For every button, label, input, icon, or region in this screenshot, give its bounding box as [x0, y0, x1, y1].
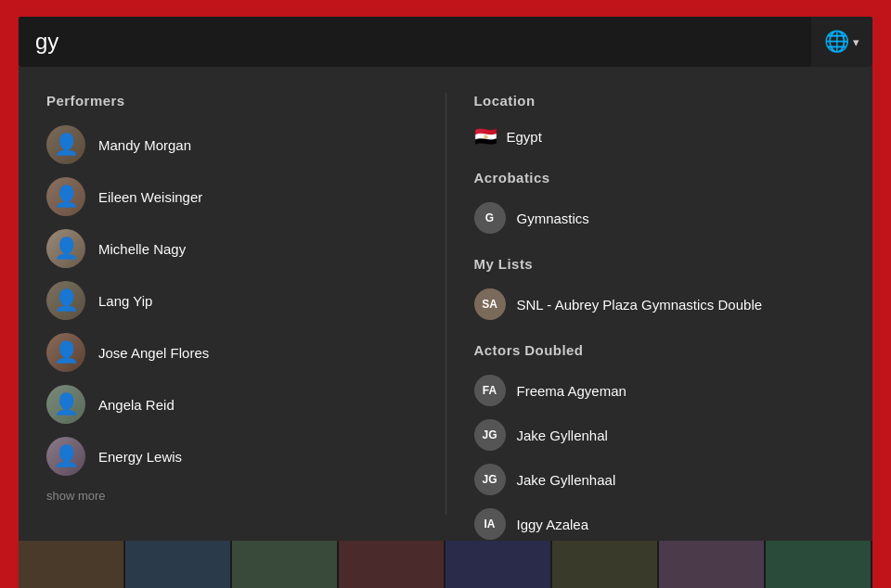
globe-button[interactable]: 🌐 ▾: [811, 17, 872, 67]
location-section: Location 🇪🇬 Egypt: [474, 93, 846, 147]
strip-cell-5: [446, 541, 552, 588]
location-list: 🇪🇬 Egypt: [474, 125, 846, 147]
performer-name: Jose Angel Flores: [98, 345, 209, 361]
actors-doubled-section: Actors Doubled FA Freema Agyeman JG Jake…: [474, 342, 846, 567]
acrobatics-name: Gymnastics: [517, 211, 589, 226]
dropdown-panel: Performers 👤 Mandy Morgan 👤 Eileen Weisi…: [19, 67, 872, 541]
actor-name: Iggy Azalea: [517, 517, 589, 532]
performer-name: Lang Yip: [98, 293, 152, 309]
avatar: 👤: [46, 281, 85, 320]
list-item[interactable]: 👤 Mandy Morgan: [46, 125, 418, 164]
list-item[interactable]: 🇪🇬 Egypt: [474, 125, 846, 147]
list-item[interactable]: 👤 Lang Yip: [46, 281, 418, 320]
globe-icon: 🌐: [824, 30, 849, 54]
my-lists-section: My Lists SA SNL - Aubrey Plaza Gymnastic…: [474, 256, 846, 320]
flag-icon: 🇪🇬: [474, 125, 497, 147]
strip-cell-7: [659, 541, 766, 588]
show-more-performers[interactable]: show more: [46, 489, 418, 503]
avatar: 👤: [46, 333, 85, 372]
search-input[interactable]: [19, 17, 811, 67]
performers-list: 👤 Mandy Morgan 👤 Eileen Weisinger 👤 Mich…: [46, 125, 418, 476]
list-item[interactable]: JG Jake Gyllenhaal: [474, 464, 846, 495]
performer-name: Mandy Morgan: [98, 137, 191, 153]
list-item[interactable]: 👤 Jose Angel Flores: [46, 333, 418, 372]
right-column: Location 🇪🇬 Egypt Acrobatics G Gymnastic…: [446, 93, 846, 515]
actors-doubled-title: Actors Doubled: [474, 342, 846, 358]
location-name: Egypt: [507, 129, 542, 145]
performer-name: Angela Reid: [98, 397, 174, 413]
location-title: Location: [474, 93, 846, 109]
list-item[interactable]: G Gymnastics: [474, 202, 846, 234]
list-item[interactable]: JG Jake Gyllenhal: [474, 419, 846, 451]
performer-name: Energy Lewis: [98, 449, 182, 465]
list-name: SNL - Aubrey Plaza Gymnastics Double: [517, 297, 763, 313]
list-item[interactable]: SA SNL - Aubrey Plaza Gymnastics Double: [474, 288, 846, 320]
my-lists-title: My Lists: [474, 256, 846, 272]
actor-name: Freema Agyeman: [517, 383, 626, 399]
strip-cell-6: [552, 541, 659, 588]
avatar-badge: FA: [474, 375, 506, 406]
avatar-badge: SA: [474, 288, 506, 320]
acrobatics-list: G Gymnastics: [474, 202, 846, 234]
list-item[interactable]: 👤 Energy Lewis: [46, 437, 418, 476]
list-item[interactable]: 👤 Eileen Weisinger: [46, 177, 418, 216]
acrobatics-title: Acrobatics: [474, 170, 846, 185]
performer-name: Michelle Nagy: [98, 241, 186, 257]
avatar-badge: JG: [474, 464, 506, 495]
search-bar: 🌐 ▾: [19, 17, 872, 67]
acrobatics-section: Acrobatics G Gymnastics: [474, 170, 846, 234]
avatar: 👤: [46, 125, 85, 164]
performers-title: Performers: [46, 93, 418, 109]
avatar-badge: JG: [474, 419, 506, 451]
avatar-badge: G: [474, 202, 506, 234]
bottom-strip: [19, 541, 872, 588]
strip-cell-4: [339, 541, 446, 588]
strip-cell-1: [19, 541, 125, 588]
performer-name: Eileen Weisinger: [98, 189, 202, 205]
avatar-badge: IA: [474, 508, 506, 540]
strip-cell-3: [232, 541, 339, 588]
list-item[interactable]: 👤 Michelle Nagy: [46, 229, 418, 268]
avatar: 👤: [46, 229, 85, 268]
list-item[interactable]: FA Freema Agyeman: [474, 375, 846, 406]
my-lists-list: SA SNL - Aubrey Plaza Gymnastics Double: [474, 288, 846, 320]
avatar: 👤: [46, 437, 85, 476]
actor-name: Jake Gyllenhaal: [517, 472, 616, 488]
performers-column: Performers 👤 Mandy Morgan 👤 Eileen Weisi…: [46, 93, 446, 515]
strip-cell-8: [766, 541, 872, 588]
list-item[interactable]: IA Iggy Azalea: [474, 508, 846, 540]
avatar: 👤: [46, 177, 85, 216]
list-item[interactable]: 👤 Angela Reid: [46, 385, 418, 424]
strip-cell-2: [125, 541, 232, 588]
actors-doubled-list: FA Freema Agyeman JG Jake Gyllenhal JG J…: [474, 375, 846, 540]
actor-name: Jake Gyllenhal: [517, 428, 608, 443]
avatar: 👤: [46, 385, 85, 424]
chevron-down-icon: ▾: [853, 35, 859, 49]
